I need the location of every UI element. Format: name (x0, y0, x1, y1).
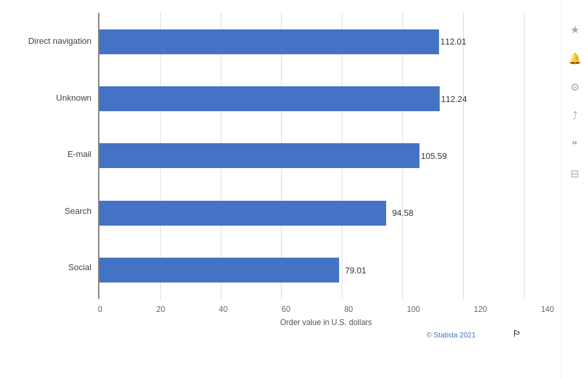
bar-value-label: 94.58 (392, 208, 414, 218)
star-icon[interactable]: ★ (565, 20, 585, 39)
bar: 112.24 (99, 86, 440, 111)
sidebar-icons: ★🔔⚙⤴❝⊟ (561, 0, 588, 378)
bar-row: 105.59 (99, 138, 554, 174)
x-tick: 100 (407, 305, 420, 314)
bottom-row: © Statista 2021 🏳 (13, 328, 554, 339)
y-label: Direct navigation (13, 36, 91, 46)
gear-icon[interactable]: ⚙ (565, 77, 585, 97)
x-tick: 20 (156, 305, 165, 314)
bar: 112.01 (99, 29, 439, 54)
bar-row: 94.58 (99, 195, 554, 231)
bar-row: 79.01 (99, 252, 554, 288)
bar: 79.01 (99, 258, 339, 283)
bar: 94.58 (99, 201, 386, 226)
y-label: Social (13, 262, 91, 273)
statista-credit: © Statista 2021 (427, 331, 508, 339)
bell-icon[interactable]: 🔔 (565, 48, 585, 68)
x-tick: 120 (474, 305, 487, 314)
bar-value-label: 105.59 (421, 151, 447, 161)
bar: 105.59 (99, 143, 419, 168)
share-icon[interactable]: ⤴ (565, 106, 585, 126)
bar-value-label: 112.01 (440, 37, 466, 46)
bar-value-label: 79.01 (345, 266, 367, 275)
bar-row: 112.24 (99, 81, 554, 117)
x-tick: 60 (282, 305, 290, 314)
chart-area: Direct navigationUnknownE-mailSearchSoci… (0, 0, 561, 378)
x-ticks: 020406080100120140 (98, 301, 554, 314)
x-tick: 80 (344, 305, 353, 314)
bar-row: 112.01 (99, 24, 554, 60)
y-label: Unknown (13, 93, 91, 103)
y-labels: Direct navigationUnknownE-mailSearchSoci… (13, 13, 98, 299)
x-axis: 020406080100120140 (98, 301, 554, 314)
bar-value-label: 112.24 (441, 94, 467, 104)
x-tick: 0 (98, 305, 103, 314)
x-tick: 40 (219, 305, 227, 314)
y-label: Search (13, 206, 91, 216)
x-axis-label: Order value in U.S. dollars (98, 318, 554, 327)
print-icon[interactable]: ⊟ (565, 163, 585, 183)
chart-container: Direct navigationUnknownE-mailSearchSoci… (13, 13, 554, 299)
x-tick: 140 (541, 305, 554, 314)
bars-and-grid: 112.01112.24105.5994.5879.01 (98, 13, 554, 299)
y-label: E-mail (13, 149, 91, 160)
quote-icon[interactable]: ❝ (565, 135, 585, 154)
